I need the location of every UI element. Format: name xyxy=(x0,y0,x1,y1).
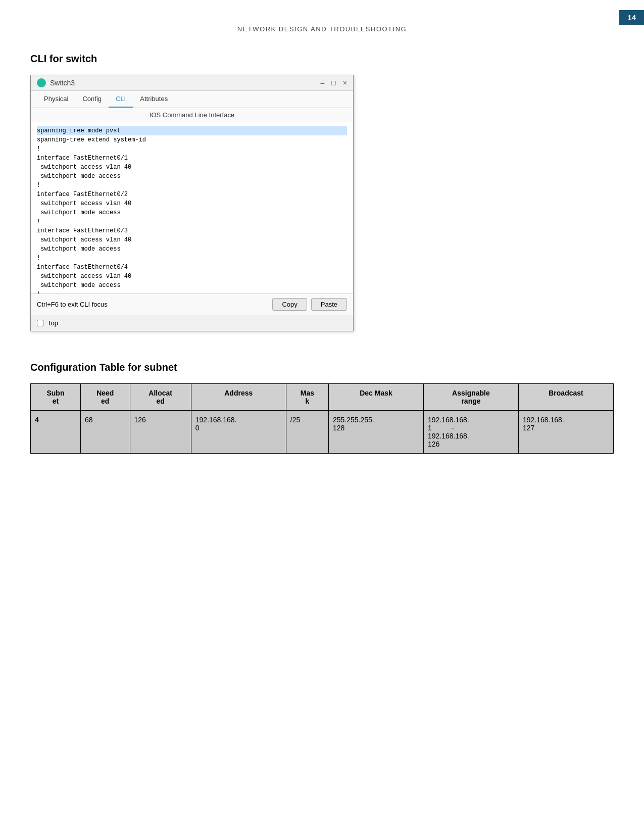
cli-line: interface FastEthernet0/1 xyxy=(37,154,347,163)
cli-line: switchport mode access xyxy=(37,172,347,181)
cli-line: switchport access vlan 40 xyxy=(37,235,347,244)
window-tabs: Physical Config CLI Attributes xyxy=(31,91,353,108)
window-controls[interactable]: – □ × xyxy=(321,79,347,87)
window-titlebar: Switch3 – □ × xyxy=(31,75,353,91)
cli-line: interface FastEthernet0/3 xyxy=(37,226,347,235)
tab-attributes[interactable]: Attributes xyxy=(133,91,175,108)
cli-line: ! xyxy=(37,181,347,190)
config-table-title: Configuration Table for subnet xyxy=(30,362,614,373)
config-table-section: Configuration Table for subnet Subnet Ne… xyxy=(30,362,614,454)
td-broadcast: 192.168.168.127 xyxy=(518,411,613,454)
th-needed: Needed xyxy=(80,384,130,411)
th-address: Address xyxy=(191,384,286,411)
td-needed: 68 xyxy=(80,411,130,454)
table-header-row: Subnet Needed Allocated Address Mask Dec… xyxy=(31,384,614,411)
cli-line: switchport mode access xyxy=(37,208,347,217)
cli-line: ! xyxy=(37,254,347,263)
ios-label: IOS Command Line Interface xyxy=(31,108,353,122)
cli-footer: Ctrl+F6 to exit CLI focus Copy Paste xyxy=(31,294,353,315)
window-title: Switch3 xyxy=(50,79,75,87)
top-label: Top xyxy=(47,319,58,327)
td-mask: /25 xyxy=(286,411,328,454)
th-mask: Mask xyxy=(286,384,328,411)
tab-cli[interactable]: CLI xyxy=(109,91,133,108)
td-dec-mask: 255.255.255.128 xyxy=(328,411,423,454)
page-header: NETWORK DESIGN AND TROUBLESHOOTING xyxy=(30,25,614,33)
cli-line: interface FastEthernet0/4 xyxy=(37,263,347,272)
cli-section-title: CLI for switch xyxy=(30,53,614,65)
page-number: 14 xyxy=(619,10,644,25)
td-allocated: 126 xyxy=(130,411,191,454)
th-assignable: Assignablerange xyxy=(423,384,518,411)
tab-physical[interactable]: Physical xyxy=(37,91,75,108)
cli-line: spanning tree mode pvst xyxy=(37,126,347,135)
th-dec-mask: Dec Mask xyxy=(328,384,423,411)
cli-line: switchport mode access xyxy=(37,244,347,254)
cli-line: ! xyxy=(37,290,347,294)
config-table: Subnet Needed Allocated Address Mask Dec… xyxy=(30,383,614,454)
th-allocated: Allocated xyxy=(130,384,191,411)
table-row: 4 68 126 192.168.168.0 /25 255.255.255.1… xyxy=(31,411,614,454)
close-button[interactable]: × xyxy=(343,79,347,87)
copy-button[interactable]: Copy xyxy=(272,298,307,311)
th-broadcast: Broadcast xyxy=(518,384,613,411)
cli-line: interface FastEthernet0/2 xyxy=(37,190,347,199)
switch-window: Switch3 – □ × Physical Config CLI Attrib… xyxy=(30,75,354,331)
cli-line: switchport mode access xyxy=(37,281,347,290)
cli-hint: Ctrl+F6 to exit CLI focus xyxy=(37,301,108,308)
paste-button[interactable]: Paste xyxy=(311,298,347,311)
cli-line: switchport access vlan 40 xyxy=(37,272,347,281)
cli-line: spanning-tree extend system-id xyxy=(37,135,347,144)
top-checkbox-row: Top xyxy=(31,315,353,331)
td-subnet: 4 xyxy=(31,411,81,454)
td-address: 192.168.168.0 xyxy=(191,411,286,454)
td-assignable: 192.168.168.1 -192.168.168.126 xyxy=(423,411,518,454)
minimize-button[interactable]: – xyxy=(321,79,325,87)
switch-app-icon xyxy=(37,78,46,87)
cli-line: switchport access vlan 40 xyxy=(37,163,347,172)
tab-config[interactable]: Config xyxy=(75,91,109,108)
cli-line: switchport access vlan 40 xyxy=(37,199,347,208)
top-checkbox[interactable] xyxy=(37,320,43,326)
cli-line: ! xyxy=(37,217,347,226)
th-subnet: Subnet xyxy=(31,384,81,411)
cli-area[interactable]: spanning tree mode pvst spanning-tree ex… xyxy=(31,122,353,294)
cli-footer-buttons: Copy Paste xyxy=(272,298,347,311)
cli-line: ! xyxy=(37,144,347,154)
restore-button[interactable]: □ xyxy=(331,79,335,87)
